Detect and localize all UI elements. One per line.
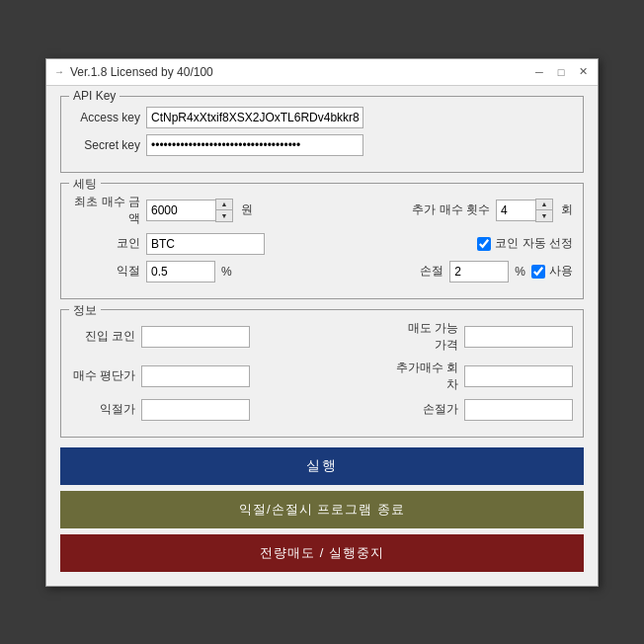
- coin-label: 코인: [71, 235, 140, 252]
- main-window: → Ver.1.8 Licensed by 40/100 ─ □ ✕ API K…: [45, 58, 599, 587]
- coin-row: 코인 코인 자동 선정: [71, 233, 573, 255]
- loss-input[interactable]: [449, 261, 509, 282]
- loss-label: 손절: [364, 263, 443, 280]
- coin-auto-col: 코인 자동 선정: [325, 235, 573, 252]
- access-key-label: Access key: [71, 111, 140, 124]
- max-buy-input[interactable]: [146, 200, 215, 221]
- info-group-label: 정보: [69, 302, 101, 319]
- access-key-input[interactable]: [146, 107, 363, 128]
- add-buy-spinner: ▲ ▼: [496, 199, 553, 222]
- max-buy-col: 최초 매수 금액 ▲ ▼ 원: [71, 194, 319, 227]
- profit-price-col: 익절가: [71, 399, 319, 421]
- avg-buy-input[interactable]: [141, 365, 250, 387]
- coin-auto-label: 코인 자동 선정: [495, 235, 573, 252]
- window-icon: →: [54, 66, 64, 77]
- sell-possible-input[interactable]: [464, 326, 573, 348]
- max-buy-unit: 원: [241, 201, 253, 218]
- add-buy-col: 추가 매수 횟수 ▲ ▼ 회: [325, 199, 573, 222]
- sell-possible-col: 매도 가능 가격: [325, 320, 573, 354]
- entry-coin-input[interactable]: [141, 326, 250, 348]
- add-buy-unit: 회: [561, 201, 573, 218]
- max-buy-spinner: ▲ ▼: [146, 199, 233, 222]
- add-buy-count-label: 추가매수 회차: [394, 360, 458, 393]
- avg-buy-label: 매수 평단가: [71, 367, 135, 384]
- settings-group-content: 최초 매수 금액 ▲ ▼ 원 추가 매수 횟수: [71, 194, 573, 282]
- window-title: Ver.1.8 Licensed by 40/100: [70, 65, 213, 79]
- max-buy-down-btn[interactable]: ▼: [216, 210, 232, 221]
- sell-stop-button[interactable]: 전량매도 / 실행중지: [60, 534, 584, 572]
- add-buy-label: 추가 매수 횟수: [411, 201, 490, 218]
- profit-price-label: 익절가: [71, 401, 135, 418]
- api-key-group: API Key Access key Secret key: [60, 96, 584, 173]
- loss-use-checkbox[interactable]: [531, 265, 545, 279]
- loss-use-label: 사용: [549, 263, 573, 280]
- add-buy-input[interactable]: [496, 200, 535, 221]
- title-bar: → Ver.1.8 Licensed by 40/100 ─ □ ✕: [46, 59, 598, 86]
- info-group: 정보 진입 코인 매도 가능 가격 매수 평단가: [60, 309, 584, 438]
- add-buy-down-btn[interactable]: ▼: [536, 210, 552, 221]
- run-button[interactable]: 실행: [60, 447, 584, 485]
- access-key-row: Access key: [71, 107, 573, 128]
- profit-price-input[interactable]: [141, 399, 250, 421]
- info-row-3: 익절가 손절가: [71, 399, 573, 421]
- max-buy-spinner-btns: ▲ ▼: [215, 199, 233, 222]
- settings-group: 세팅 최초 매수 금액 ▲ ▼ 원: [60, 183, 584, 299]
- secret-key-label: Secret key: [71, 138, 140, 152]
- coin-input[interactable]: [146, 233, 265, 255]
- title-bar-controls: ─ □ ✕: [532, 65, 590, 79]
- title-bar-left: → Ver.1.8 Licensed by 40/100: [54, 65, 213, 79]
- profit-col: 익절 %: [71, 261, 319, 282]
- info-group-content: 진입 코인 매도 가능 가격 매수 평단가 추가매수 회차: [71, 320, 573, 421]
- max-buy-up-btn[interactable]: ▲: [216, 200, 232, 210]
- api-key-group-content: Access key Secret key: [71, 107, 573, 156]
- add-buy-count-col: 추가매수 회차: [325, 360, 573, 393]
- loss-col: 손절 % 사용: [325, 261, 573, 282]
- info-row-1: 진입 코인 매도 가능 가격: [71, 320, 573, 354]
- close-button[interactable]: ✕: [576, 65, 590, 79]
- window-content: API Key Access key Secret key 세팅 최초 매: [46, 86, 598, 586]
- buy-amount-row: 최초 매수 금액 ▲ ▼ 원 추가 매수 횟수: [71, 194, 573, 227]
- api-key-group-label: API Key: [69, 89, 120, 103]
- coin-col: 코인: [71, 233, 319, 255]
- info-row-2: 매수 평단가 추가매수 회차: [71, 360, 573, 393]
- loss-use-wrapper: 사용: [531, 263, 573, 280]
- loss-price-input[interactable]: [464, 399, 573, 421]
- settings-group-label: 세팅: [69, 176, 101, 193]
- profit-unit: %: [221, 265, 232, 279]
- maximize-button[interactable]: □: [554, 65, 568, 79]
- secret-key-input[interactable]: [146, 134, 363, 156]
- stop-button[interactable]: 익절/손절시 프로그램 종료: [60, 491, 584, 528]
- entry-coin-label: 진입 코인: [71, 328, 135, 345]
- entry-coin-col: 진입 코인: [71, 326, 319, 348]
- sell-possible-label: 매도 가능 가격: [394, 320, 458, 354]
- add-buy-up-btn[interactable]: ▲: [536, 200, 552, 210]
- add-buy-spinner-btns: ▲ ▼: [535, 199, 553, 222]
- avg-buy-col: 매수 평단가: [71, 365, 319, 387]
- secret-key-row: Secret key: [71, 134, 573, 156]
- minimize-button[interactable]: ─: [532, 65, 546, 79]
- loss-price-label: 손절가: [394, 401, 458, 418]
- max-buy-label: 최초 매수 금액: [71, 194, 140, 227]
- profit-loss-row: 익절 % 손절 % 사용: [71, 261, 573, 282]
- coin-auto-checkbox-wrapper: 코인 자동 선정: [477, 235, 573, 252]
- profit-label: 익절: [71, 263, 140, 280]
- coin-auto-checkbox[interactable]: [477, 237, 491, 251]
- add-buy-count-input[interactable]: [464, 365, 573, 387]
- profit-input[interactable]: [146, 261, 215, 282]
- loss-unit: %: [515, 265, 525, 279]
- loss-price-col: 손절가: [325, 399, 573, 421]
